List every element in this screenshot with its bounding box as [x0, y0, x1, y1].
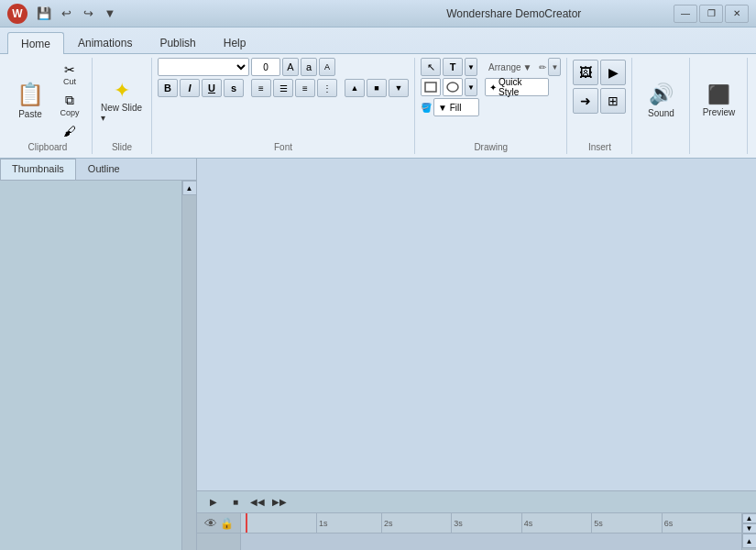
sidebar-tab-thumbnails[interactable]: Thumbnails	[0, 159, 76, 180]
quick-access-dropdown[interactable]: ▼	[101, 5, 119, 23]
paste-button[interactable]: 📋 Paste	[9, 75, 51, 126]
prev-frame-button[interactable]: ◀◀	[248, 494, 267, 511]
timeline-controls: ▶ ■ ◀◀ ▶▶	[197, 491, 756, 513]
next-frame-button[interactable]: ▶▶	[270, 494, 289, 511]
drawing-content: ↖ T ▼ Arrange ▼ ✏ ▼	[421, 58, 561, 129]
play-button[interactable]: ▶	[204, 494, 223, 511]
playhead[interactable]	[246, 513, 247, 533]
drawing-group-label: Drawing	[415, 142, 566, 152]
align-center-button[interactable]: ☰	[273, 79, 293, 97]
font-group: A a A B I U s ≡ ☰ ≡ ⋮ ▲ ■ ▼	[152, 58, 415, 154]
ribbon-content: 📋 Paste ✂ Cut ⧉ Copy 🖌	[0, 53, 756, 158]
sidebar-scrollbar: ▲ ▼	[181, 181, 196, 550]
stop-button[interactable]: ■	[226, 494, 245, 511]
scroll-track[interactable]	[182, 195, 196, 550]
timeline-side-scrollbar: ▲ ▼	[741, 534, 756, 550]
sidebar-tab-outline[interactable]: Outline	[76, 159, 132, 180]
align-top-button[interactable]: ▲	[345, 79, 365, 97]
align-justify-button[interactable]: ⋮	[317, 79, 337, 97]
font-size-input[interactable]	[251, 58, 280, 76]
lock-icon[interactable]: 🔒	[220, 517, 234, 530]
tab-publish[interactable]: Publish	[146, 31, 209, 53]
slide-canvas	[197, 159, 756, 490]
insert-video-button[interactable]: ▶	[600, 60, 626, 85]
rectangle-tool[interactable]	[421, 78, 441, 96]
fill-row: 🪣 ▼ Fill	[421, 98, 561, 116]
align-left-button[interactable]: ≡	[251, 79, 271, 97]
v-scroll-up[interactable]: ▲	[742, 534, 757, 548]
sound-button[interactable]: 🔊 Sound	[638, 73, 684, 128]
format-painter-button[interactable]: 🖌	[53, 121, 86, 141]
timeline: ▶ ■ ◀◀ ▶▶ 👁 🔒 1s 2s 3s 4s 5s 6s	[197, 490, 756, 550]
arrange-dropdown[interactable]: ▼	[523, 62, 532, 72]
underline-button[interactable]: U	[202, 79, 222, 97]
align-middle-button[interactable]: ■	[367, 79, 387, 97]
ruler-tick-5s: 5s	[591, 513, 603, 533]
window-controls: — ❐ ✕	[674, 5, 749, 23]
redo-button[interactable]: ↪	[79, 5, 97, 23]
bold-button[interactable]: B	[158, 79, 178, 97]
sidebar-tabs: Thumbnails Outline	[0, 159, 196, 181]
tools-dropdown[interactable]: ▼	[465, 58, 477, 76]
italic-button[interactable]: I	[180, 79, 200, 97]
app-title: Wondershare DemoCreator	[355, 7, 674, 20]
align-bottom-button[interactable]: ▼	[389, 79, 409, 97]
new-slide-button[interactable]: ✦ New Slide ▾	[98, 76, 146, 126]
eye-icon[interactable]: 👁	[204, 516, 217, 531]
copy-label: Copy	[60, 108, 79, 117]
cut-button[interactable]: ✂ Cut	[53, 60, 86, 89]
timeline-ruler-row: 👁 🔒 1s 2s 3s 4s 5s 6s ▲ ▼	[197, 513, 756, 534]
timeline-scroll-down[interactable]: ▼	[742, 523, 757, 534]
insert-group: 🖼 ▶ ➜ ⊞ Insert	[567, 58, 632, 154]
oval-tool[interactable]	[443, 78, 463, 96]
undo-button[interactable]: ↩	[57, 5, 75, 23]
timeline-ruler[interactable]: 1s 2s 3s 4s 5s 6s	[241, 513, 741, 533]
tab-home[interactable]: Home	[7, 32, 64, 54]
preview-button[interactable]: ⬛ Preview	[696, 73, 741, 128]
clipboard-content: 📋 Paste ✂ Cut ⧉ Copy 🖌	[9, 58, 86, 154]
timeline-scroll-up[interactable]: ▲	[742, 513, 757, 523]
insert-image-button[interactable]: 🖼	[573, 60, 598, 85]
select-tool[interactable]: ↖	[421, 58, 441, 76]
slide-content: ✦ New Slide ▾	[98, 58, 146, 154]
save-button[interactable]: 💾	[35, 5, 53, 23]
shapes-dropdown[interactable]: ▼	[465, 78, 477, 96]
scroll-up-arrow[interactable]: ▲	[182, 181, 197, 195]
settings-group: ⚙ Settings	[748, 58, 756, 154]
fill-button[interactable]: ▼ Fill	[433, 98, 479, 116]
font-size-increase[interactable]: A	[282, 58, 299, 76]
cut-icon: ✂	[64, 62, 75, 77]
clear-format-button[interactable]: A	[319, 58, 335, 76]
tab-animations[interactable]: Animations	[64, 31, 146, 53]
minimize-button[interactable]: —	[674, 5, 697, 23]
edit-dropdown[interactable]: ▼	[548, 58, 561, 76]
timeline-slide-thumbnail	[197, 534, 241, 550]
insert-content: 🖼 ▶ ➜ ⊞	[573, 58, 626, 139]
font-size-decrease[interactable]: a	[301, 58, 317, 76]
font-name-row: A a A	[158, 58, 409, 76]
app-logo: W	[7, 4, 27, 24]
font-family-select[interactable]	[158, 58, 249, 76]
preview-group: ⬛ Preview	[690, 58, 748, 154]
cut-label: Cut	[63, 77, 76, 86]
insert-arrow-button[interactable]: ➜	[573, 88, 598, 114]
shadow-button[interactable]: s	[224, 79, 244, 97]
text-tool[interactable]: T	[443, 58, 463, 76]
close-button[interactable]: ✕	[725, 5, 749, 23]
copy-icon: ⧉	[65, 93, 74, 108]
slide-content	[225, 177, 738, 472]
sound-label: Sound	[648, 108, 674, 118]
ruler-tick-1s: 1s	[316, 513, 328, 533]
canvas-area: ▶ ■ ◀◀ ▶▶ 👁 🔒 1s 2s 3s 4s 5s 6s	[197, 159, 756, 550]
align-right-button[interactable]: ≡	[295, 79, 315, 97]
timeline-track[interactable]	[241, 534, 741, 550]
new-slide-icon: ✦	[114, 79, 130, 103]
quick-style-button[interactable]: ✦ Quick Style	[485, 78, 549, 96]
ruler-tick-6s: 6s	[662, 513, 674, 533]
restore-button[interactable]: ❐	[699, 5, 723, 23]
clipboard-group: 📋 Paste ✂ Cut ⧉ Copy 🖌	[4, 58, 93, 154]
insert-table-button[interactable]: ⊞	[600, 88, 626, 114]
tab-help[interactable]: Help	[210, 31, 260, 53]
quick-style-icon: ✦	[489, 82, 497, 93]
copy-button[interactable]: ⧉ Copy	[53, 90, 86, 120]
